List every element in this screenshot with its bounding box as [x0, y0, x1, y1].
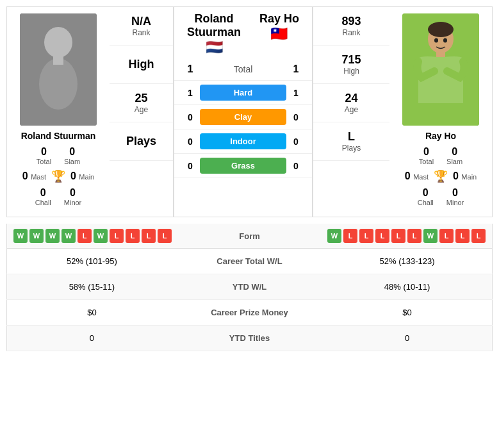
left-stats-panel: N/A Rank High 25 Age Plays [110, 7, 174, 217]
stat-right-val: 0 [322, 326, 492, 351]
form-badge-right: L [391, 229, 405, 243]
right-slam-value: 0 [452, 146, 457, 158]
left-flag: 🇳🇱 [187, 39, 241, 56]
form-badge-right: W [423, 229, 438, 243]
right-main-stat: 0 Main [453, 170, 477, 182]
svg-point-1 [44, 27, 72, 58]
left-main-label: Main [79, 173, 94, 181]
stat-center-label: Career Total W/L [177, 249, 322, 274]
left-mast-stat: 0 Mast [22, 170, 46, 182]
stats-row: 58% (15-11) YTD W/L 48% (10-11) [7, 274, 493, 300]
right-slam-label: Slam [446, 158, 462, 165]
right-mast-label: Mast [413, 173, 429, 181]
clay-score-left: 0 [181, 112, 200, 122]
form-badge-right: L [407, 229, 421, 243]
right-rank-box: 893 Rank [313, 7, 389, 46]
form-badge-left: W [45, 229, 60, 243]
left-mast-label: Mast [31, 173, 46, 181]
stat-center-label: Career Prize Money [177, 300, 322, 326]
left-age-value: 25 [135, 92, 147, 105]
total-row: 1 Total 1 [174, 58, 312, 81]
left-minor-value: 0 [70, 187, 76, 199]
svg-point-6 [428, 22, 454, 37]
left-player-silhouette [20, 13, 97, 126]
left-trophy-icon: 🏆 [51, 169, 65, 183]
total-score-left: 1 [181, 63, 200, 75]
form-badge-left: W [94, 229, 108, 243]
right-name-header: Ray Ho [259, 12, 299, 26]
right-chall-stat: 0 Chall [418, 187, 434, 206]
left-chall-label: Chall [35, 199, 51, 206]
left-age-box: 25 Age [110, 84, 173, 122]
grass-score-left: 0 [181, 161, 200, 171]
form-badges-left: WWWWLWLLLL [13, 229, 218, 243]
right-plays-label: Plays [342, 144, 361, 153]
player-right-top-stats: 0 Total 0 Slam [419, 146, 462, 165]
indoor-badge: Indoor [200, 133, 286, 149]
hard-score-right: 1 [286, 88, 306, 98]
left-rank-label: Rank [132, 28, 150, 37]
form-badges-right: WLLLLLWLLL [282, 229, 486, 243]
right-slam-stat: 0 Slam [446, 146, 462, 165]
hard-badge: Hard [200, 85, 286, 101]
left-main-stat: 0 Main [70, 170, 94, 182]
grass-badge: Grass [200, 158, 286, 174]
left-total-value: 0 [41, 146, 47, 158]
right-trophy-icon: 🏆 [434, 169, 448, 183]
form-badge-left: L [126, 229, 140, 243]
right-age-box: 24 Age [313, 84, 389, 122]
right-minor-label: Minor [446, 199, 464, 206]
form-badge-left: W [13, 229, 28, 243]
right-minor-stat: 0 Minor [446, 187, 464, 206]
left-chall-stat: 0 Chall [35, 187, 51, 206]
player-left-bottom-stats: 0 Chall 0 Minor [35, 187, 82, 206]
right-chall-label: Chall [418, 199, 434, 206]
form-badge-left: L [78, 229, 92, 243]
left-total-stat: 0 Total [37, 146, 51, 165]
form-badge-right: L [455, 229, 470, 243]
hard-row: 1 Hard 1 [174, 81, 312, 105]
form-badge-left: L [110, 229, 124, 243]
left-plays-value: Plays [126, 135, 156, 148]
left-rank-value: N/A [131, 15, 151, 28]
player-right: Ray Ho 0 Total 0 Slam 0 Mast 🏆 0 [389, 7, 492, 217]
right-age-label: Age [345, 105, 358, 114]
left-player-header: RolandStuurman 🇳🇱 [187, 12, 241, 58]
svg-point-8 [434, 38, 438, 43]
middle-panel: RolandStuurman 🇳🇱 Ray Ho 🇹🇼 1 Total 1 1 … [174, 7, 313, 217]
hard-score-left: 1 [181, 88, 200, 98]
right-main-label: Main [461, 173, 477, 181]
left-rank-box: N/A Rank [110, 7, 173, 46]
form-badge-right: L [359, 229, 373, 243]
right-mast-stat: 0 Mast [405, 170, 429, 182]
player-left-photo [20, 13, 97, 126]
right-rank-value: 893 [341, 15, 361, 28]
clay-score-right: 0 [286, 112, 306, 122]
svg-rect-3 [53, 55, 63, 65]
stats-row: 52% (101-95) Career Total W/L 52% (133-1… [7, 249, 493, 274]
player-names-row: RolandStuurman 🇳🇱 Ray Ho 🇹🇼 [174, 7, 312, 58]
form-badge-right: W [327, 229, 341, 243]
form-badge-right: L [471, 229, 486, 243]
right-high-box: 715 High [313, 46, 389, 84]
stat-left-val: $0 [7, 300, 177, 326]
stat-right-val: $0 [322, 300, 492, 326]
stat-left-val: 52% (101-95) [7, 249, 177, 274]
left-plays-box: Plays [110, 122, 173, 161]
stat-left-val: 0 [7, 326, 177, 351]
indoor-score-left: 0 [181, 137, 200, 147]
player-right-mid-stats: 0 Mast 🏆 0 Main [405, 169, 477, 183]
right-main-value: 0 [453, 170, 459, 181]
player-right-photo [402, 13, 479, 126]
left-slam-label: Slam [64, 158, 80, 165]
right-age-value: 24 [345, 92, 357, 105]
form-badge-right: L [439, 229, 454, 243]
form-badge-right: L [375, 229, 389, 243]
form-badge-left: L [142, 229, 156, 243]
right-mast-value: 0 [405, 170, 411, 181]
surface-rows: 1 Hard 1 0 Clay 0 0 Indoor 0 0 Grass [174, 81, 312, 178]
stat-center-label: YTD W/L [177, 274, 322, 300]
grass-row: 0 Grass 0 [174, 154, 312, 178]
stat-right-val: 48% (10-11) [322, 274, 492, 300]
form-label: Form [218, 231, 282, 241]
